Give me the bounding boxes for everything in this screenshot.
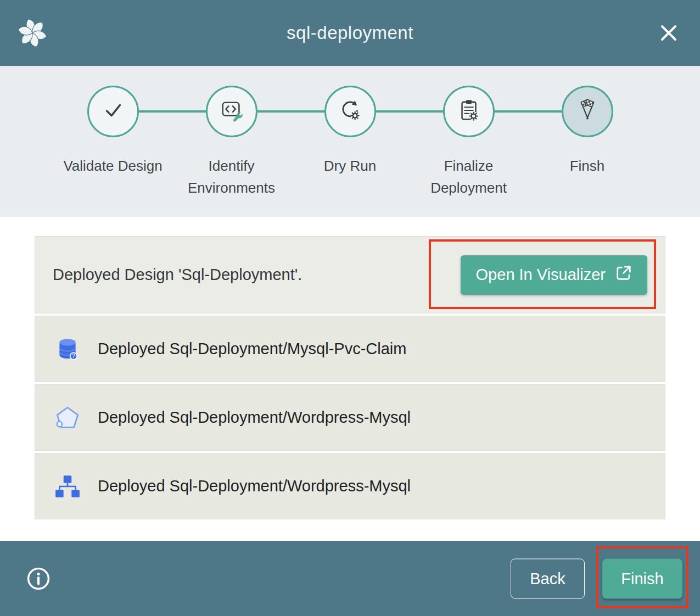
summary-row: Deployed Design 'Sql-Deployment'. Open I…: [35, 236, 665, 313]
step-label: Finalize Deployment: [417, 155, 521, 199]
finish-button[interactable]: Finish: [602, 558, 682, 598]
result-row-text: Deployed Sql-Deployment/Wordpress-Mysql: [98, 408, 411, 427]
modal-header: sql-deployment: [0, 0, 700, 66]
modal-footer: Back Finish: [0, 541, 700, 616]
open-in-visualizer-button[interactable]: Open In Visualizer: [461, 255, 647, 295]
step-validate-design-circle[interactable]: [87, 86, 139, 137]
step-validate-design: Validate Design: [54, 86, 172, 199]
result-row: Deployed Sql-Deployment/Wordpress-Mysql: [35, 384, 665, 451]
step-label: Identify Environments: [180, 155, 284, 199]
step-dry-run: Dry Run: [291, 86, 410, 199]
step-finish: Finsh: [528, 86, 647, 199]
step-dry-run-circle[interactable]: [324, 86, 376, 137]
clipboard-gear-icon: [456, 98, 481, 125]
close-icon[interactable]: [657, 21, 680, 44]
hierarchy-icon: [54, 473, 81, 500]
step-finalize-deployment: Finalize Deployment: [410, 86, 528, 199]
step-finish-circle[interactable]: [562, 86, 613, 137]
result-row-text: Deployed Sql-Deployment/Wordpress-Mysql: [98, 477, 411, 495]
pentagon-icon: [54, 404, 81, 432]
step-label: Dry Run: [324, 155, 376, 177]
deployed-design-text: Deployed Design 'Sql-Deployment'.: [53, 266, 302, 284]
step-label: Validate Design: [63, 155, 162, 177]
sync-gear-icon: [338, 98, 363, 125]
svg-text:?: ?: [72, 353, 75, 359]
step-finalize-deployment-circle[interactable]: [443, 86, 495, 137]
external-link-icon: [615, 265, 632, 285]
step-label: Finsh: [570, 155, 605, 177]
result-row: Deployed Sql-Deployment/Wordpress-Mysql: [35, 453, 665, 519]
result-row: ? Deployed Sql-Deployment/Mysql-Pvc-Clai…: [35, 316, 665, 382]
step-identify-environments: Identify Environments: [172, 86, 291, 199]
step-identify-environments-circle[interactable]: [206, 86, 257, 137]
result-row-text: Deployed Sql-Deployment/Mysql-Pvc-Claim: [98, 340, 406, 358]
modal-title: sql-deployment: [0, 23, 700, 43]
back-button[interactable]: Back: [511, 558, 585, 598]
results-list: Deployed Design 'Sql-Deployment'. Open I…: [35, 236, 665, 522]
code-wrench-icon: [219, 98, 244, 125]
open-in-visualizer-label: Open In Visualizer: [476, 266, 606, 284]
info-icon[interactable]: [26, 566, 51, 591]
wizard-stepper: Validate Design Identify Environments: [0, 66, 700, 217]
deployment-wizard-modal: sql-deployment Validate Design: [0, 0, 700, 616]
results-panel: Deployed Design 'Sql-Deployment'. Open I…: [0, 217, 700, 541]
check-icon: [100, 98, 126, 125]
database-icon: ?: [54, 335, 81, 363]
finish-flags-icon: [575, 98, 600, 125]
